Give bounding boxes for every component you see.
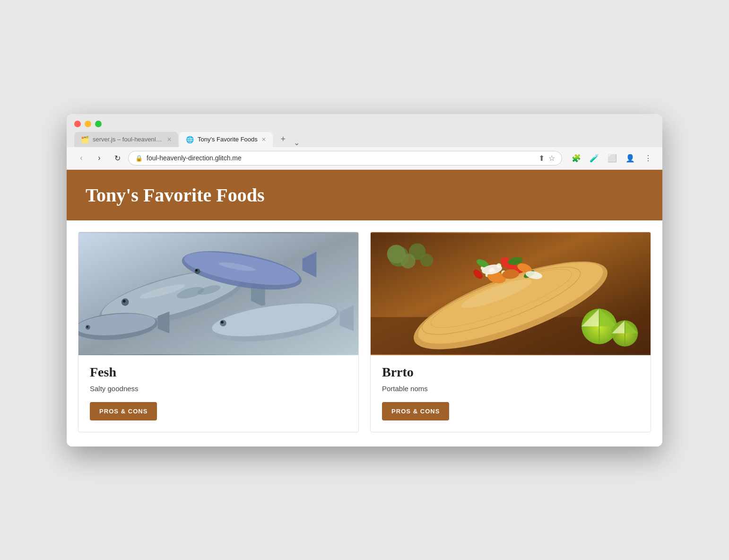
fish-image: [78, 232, 358, 355]
tab-dropdown-button[interactable]: ⌄: [294, 138, 300, 147]
svg-point-54: [400, 254, 416, 269]
burrito-svg: [371, 232, 651, 355]
tab-close-1[interactable]: ✕: [167, 136, 172, 143]
food-info-brrto: Brrto Portable noms PROS & CONS: [371, 355, 651, 432]
tab-server-js[interactable]: 🗂️ server.js – foul-heavenly-di... ✕: [74, 132, 178, 147]
reload-button[interactable]: ↻: [110, 151, 124, 165]
svg-point-21: [87, 326, 88, 328]
new-tab-button[interactable]: +: [276, 132, 291, 147]
address-bar[interactable]: 🔒 foul-heavenly-direction.glitch.me ⬆ ☆: [128, 151, 562, 166]
fish-svg: [78, 232, 358, 355]
browser-window: 🗂️ server.js – foul-heavenly-di... ✕ 🌐 T…: [67, 114, 662, 446]
page-title: Tony's Favorite Foods: [86, 184, 643, 206]
tab-tonys-foods[interactable]: 🌐 Tony's Favorite Foods ✕: [179, 132, 273, 147]
share-icon[interactable]: ⬆: [538, 154, 545, 163]
url-text: foul-heavenly-direction.glitch.me: [147, 154, 535, 162]
tab-icon-1: 🗂️: [81, 136, 89, 143]
pros-cons-button-fesh[interactable]: PROS & CONS: [90, 402, 157, 420]
food-card-brrto: Brrto Portable noms PROS & CONS: [370, 232, 651, 432]
tab-label-2: Tony's Favorite Foods: [198, 136, 258, 143]
profile-icon[interactable]: 👤: [624, 151, 637, 165]
food-desc-brrto: Portable noms: [382, 385, 639, 393]
burrito-image: [371, 232, 651, 355]
experiments-icon[interactable]: 🧪: [588, 151, 601, 165]
food-name-fesh: Fesh: [90, 365, 347, 380]
svg-point-6: [123, 299, 126, 302]
tab-label-1: server.js – foul-heavenly-di...: [93, 136, 163, 143]
maximize-button[interactable]: [95, 121, 102, 127]
close-button[interactable]: [74, 121, 81, 127]
forward-button[interactable]: ›: [92, 151, 106, 165]
minimize-button[interactable]: [85, 121, 91, 127]
page-content: Tony's Favorite Foods: [67, 170, 662, 446]
pros-cons-button-brrto[interactable]: PROS & CONS: [382, 402, 449, 420]
svg-point-10: [195, 268, 200, 274]
svg-point-11: [195, 269, 198, 271]
traffic-lights: [74, 121, 655, 127]
tab-icon-2: 🌐: [186, 136, 194, 143]
food-desc-fesh: Salty goodness: [90, 385, 347, 393]
food-name-brrto: Brrto: [382, 365, 639, 380]
extensions-icon[interactable]: 🧩: [570, 151, 583, 165]
page-header: Tony's Favorite Foods: [67, 170, 662, 220]
svg-point-55: [420, 254, 434, 267]
title-bar: 🗂️ server.js – foul-heavenly-di... ✕ 🌐 T…: [67, 114, 662, 147]
lock-icon: 🔒: [135, 155, 143, 162]
tab-close-2[interactable]: ✕: [261, 136, 266, 143]
back-button[interactable]: ‹: [74, 151, 88, 165]
food-grid: Fesh Salty goodness PROS & CONS: [67, 220, 662, 446]
food-card-fesh: Fesh Salty goodness PROS & CONS: [78, 232, 359, 432]
nav-bar: ‹ › ↻ 🔒 foul-heavenly-direction.glitch.m…: [67, 147, 662, 170]
food-info-fesh: Fesh Salty goodness PROS & CONS: [78, 355, 358, 432]
menu-icon[interactable]: ⋮: [642, 151, 655, 165]
nav-icons-right: 🧩 🧪 ⬜ 👤 ⋮: [570, 151, 655, 165]
tabs-row: 🗂️ server.js – foul-heavenly-di... ✕ 🌐 T…: [74, 132, 655, 147]
split-screen-icon[interactable]: ⬜: [606, 151, 619, 165]
star-icon[interactable]: ☆: [548, 154, 555, 163]
svg-point-16: [221, 321, 224, 324]
